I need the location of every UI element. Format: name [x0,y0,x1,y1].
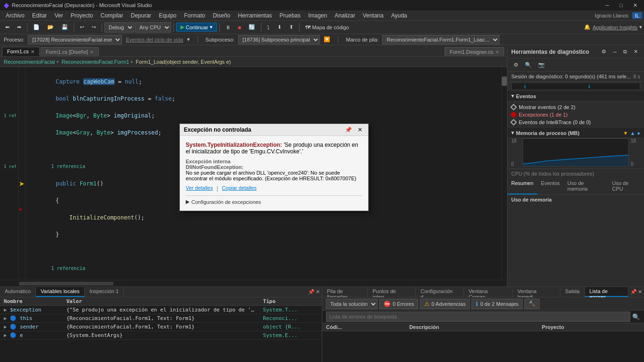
btab-variables[interactable]: Variables locales [36,287,85,297]
events-section-header[interactable]: ▾ Eventos [507,91,644,101]
redo-button[interactable]: ↪ [88,23,99,32]
menu-compilar[interactable]: Compilar [97,11,127,20]
hscroll-thumb[interactable] [19,282,113,286]
dialog-config-button[interactable]: ▶ Configuración de excepciones [186,199,261,205]
thread-filter-icon[interactable]: 🔽 [324,36,330,42]
thread-dropdown[interactable]: [18736] Subproceso principal [238,35,320,44]
step-over[interactable]: ⤵ [264,23,273,32]
menu-proyecto[interactable]: Proyecto [67,11,96,20]
messages-btn[interactable]: ℹ 0 de 2 Mensajes [472,299,523,309]
breadcrumb-namespace[interactable]: ReconocimientoFacial [4,59,55,65]
diag-detach-btn[interactable]: ⧉ [621,47,629,56]
btab-output[interactable]: Salida [560,287,585,297]
breadcrumb-method[interactable]: Form1_Load(object sender, EventArgs e) [136,59,231,65]
warnings-btn[interactable]: ⚠ 0 Advertencias [420,299,470,309]
panel-close-right[interactable]: ✕ [638,288,642,296]
code-editor[interactable]: 1 ref 1 ref [0,67,507,280]
tab-form1-cs[interactable]: Form1.cs ✕ [2,47,40,56]
minimize-button[interactable]: ─ [603,1,612,9]
platform-dropdown[interactable]: Any CPU [135,22,171,33]
close-button[interactable]: ✕ [630,1,640,9]
diag-tab-resumen[interactable]: Resumen [507,178,537,194]
dialog-close-button[interactable]: ✕ [356,126,364,134]
event-row-1[interactable]: Mostrar eventos (2 de 2) [511,103,640,111]
diag-tool-1[interactable]: ⚙ [511,60,521,69]
code-map-button[interactable]: 🗺 Mapa de código [302,23,352,32]
process-dropdown[interactable]: [17028] ReconocimientoFacial.exe [28,35,122,44]
btab-inspeccion[interactable]: Inspección 1 [85,287,124,297]
errors-btn[interactable]: ⛔ 0 Errores [379,299,418,309]
menu-imagen[interactable]: Imagen [304,11,331,20]
step-out[interactable]: ⬆ [286,23,297,32]
error-search-btn[interactable]: 🔍 [632,313,640,320]
btab-errors[interactable]: Lista de errores [585,287,628,297]
pause-button[interactable]: ⏸ [222,23,234,32]
lifecycle-label[interactable]: Eventos del ciclo de vida [126,37,183,42]
diag-settings-btn[interactable]: ⚙ [599,47,609,56]
save-button[interactable]: 💾 [58,23,71,32]
tab-form1-designer-cs[interactable]: Form1.Designer.cs ✕ [445,47,504,56]
event-row-3[interactable]: Eventos de IntelliTrace (0 de 0) [511,118,640,126]
scroll-thumb[interactable] [502,76,507,86]
scope-dropdown[interactable]: Toda la solución [326,299,378,309]
btab-automatico[interactable]: Automático [0,287,36,297]
restart-button[interactable]: 🔄 [245,23,258,32]
btab-immediate[interactable]: Ventana Inmedi... [513,287,560,297]
undo-button[interactable]: ↩ [77,23,87,32]
menu-pruebas[interactable]: Pruebas [276,11,305,20]
menu-archivo[interactable]: Archivo [2,11,28,20]
tab-form1-designer-close[interactable]: ✕ [90,50,94,55]
debug-config-dropdown[interactable]: Debug [104,22,134,33]
diag-tool-3[interactable]: 📷 [536,60,547,69]
btab-breakpoints[interactable]: Puntos de interr... [368,287,416,297]
new-button[interactable]: 📄 [30,23,43,32]
menu-depurar[interactable]: Depurar [127,11,155,20]
btab-command[interactable]: Ventana Coman... [464,287,513,297]
code-scrollbar-right[interactable] [501,67,507,280]
menu-formato[interactable]: Formato [180,11,209,20]
diag-tab-memory[interactable]: Uso de memoria [564,178,609,194]
code-hscrollbar[interactable] [0,280,507,286]
panel-pin-right[interactable]: 📌 [630,288,637,296]
diag-tab-cpu[interactable]: Uso de CPU [608,178,644,194]
tab-form1-cs-close[interactable]: ✕ [31,49,34,54]
btab-call-stack[interactable]: Pila de llamadas [322,287,368,297]
step-into[interactable]: ⬇ [274,23,285,32]
app-insights-label[interactable]: Application Insights [592,25,637,30]
btab-config[interactable]: Configuración d... [416,287,464,297]
error-table-container[interactable]: Códi... Descripción Proyecto [322,323,644,362]
open-button[interactable]: 📂 [44,23,57,32]
diag-tab-eventos[interactable]: Eventos [537,178,564,194]
menu-diseno[interactable]: Diseño [209,11,234,20]
menu-equipo[interactable]: Equipo [155,11,180,20]
panel-close-left[interactable]: ✕ [316,288,320,296]
menu-ver[interactable]: Ver [51,11,67,20]
menu-herramientas[interactable]: Herramientas [234,11,276,20]
menu-analizar[interactable]: Analizar [331,11,359,20]
panel-pin-left[interactable]: 📌 [308,288,315,296]
stop-button[interactable]: ■ [235,23,245,32]
build-only-btn[interactable]: 🔨 [524,299,540,309]
diag-close-btn[interactable]: ✕ [631,47,640,56]
tab-designer-cs-close[interactable]: ✕ [495,50,499,55]
event-row-2[interactable]: Excepciones (1 de 1) [511,111,640,118]
dialog-copy-link[interactable]: Copiar detalles [222,185,257,192]
error-search-input[interactable] [326,311,630,322]
breadcrumb-class[interactable]: ReconocimientoFacial.Form1 [61,59,129,65]
tab-form1-designer[interactable]: Form1.cs [Diseño] ✕ [41,47,99,56]
diag-collapse-btn[interactable]: ─ [610,47,619,56]
lifecycle-dropdown[interactable]: ▾ [187,36,190,42]
continue-button[interactable]: ▶ Continuar ▾ [176,23,217,32]
dialog-details-link[interactable]: Ver detalles [186,185,213,192]
variables-table-container[interactable]: Nombre Valor Tipo ▶ $exception {"Se prod… [0,297,322,362]
stack-dropdown[interactable]: ReconocimientoFacial.Form1.Form1_Loac... [382,35,499,44]
dialog-pin-button[interactable]: 📌 [343,126,354,134]
menu-ayuda[interactable]: Ayuda [387,11,411,20]
restore-button[interactable]: □ [617,1,626,9]
menu-ventana[interactable]: Ventana [359,11,387,20]
menu-editar[interactable]: Editar [28,11,51,20]
app-insights-dropdown[interactable]: ▾ [639,24,642,30]
memory-header[interactable]: ▾ Memoria de proceso (MB) ▼ ▲ ● [507,128,644,138]
forward-button[interactable]: ➡ [14,23,25,32]
diag-tool-2[interactable]: 🔍 [523,60,534,69]
